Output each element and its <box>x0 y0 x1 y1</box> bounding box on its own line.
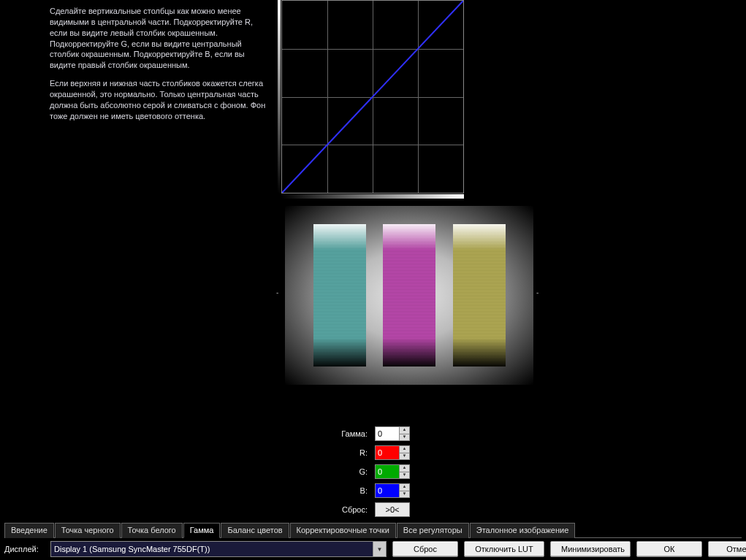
instructions-text: Сделайте вертикальные столбцы как можно … <box>50 6 273 129</box>
test-bar-b <box>453 224 506 367</box>
g-spin-up[interactable]: ▲ <box>400 464 410 472</box>
cancel-button[interactable]: Отмена <box>708 541 746 557</box>
display-dropdown-icon[interactable]: ▼ <box>373 541 387 557</box>
reset-zero-button[interactable]: >0< <box>375 502 410 517</box>
b-input[interactable] <box>375 483 400 498</box>
pattern-tick-right: - <box>536 288 538 296</box>
tab-bar: Введение Точка черного Точка белого Гамм… <box>4 522 742 538</box>
svg-line-0 <box>282 1 463 193</box>
gradient-horizontal <box>281 194 464 199</box>
test-pattern <box>285 206 533 385</box>
tab-blackpoint[interactable]: Точка черного <box>55 523 121 538</box>
r-label: R: <box>332 448 375 457</box>
display-select[interactable] <box>50 541 373 557</box>
b-label: B: <box>332 486 375 495</box>
b-spin-down[interactable]: ▼ <box>400 491 410 499</box>
b-spin-up[interactable]: ▲ <box>400 483 410 491</box>
reset-label: Сброс: <box>332 505 375 514</box>
tab-reference[interactable]: Эталонное изображение <box>470 523 576 538</box>
minimize-button[interactable]: Минимизировать <box>550 541 631 557</box>
tab-whitepoint[interactable]: Точка белого <box>121 523 183 538</box>
instructions-para1: Сделайте вертикальные столбцы как можно … <box>50 6 273 71</box>
test-bar-g <box>383 224 435 367</box>
gamma-label: Гамма: <box>332 429 375 438</box>
ok-button[interactable]: ОК <box>636 541 702 557</box>
gamma-controls: Гамма: ▲ ▼ R: ▲ ▼ G: ▲ ▼ B: <box>332 426 410 517</box>
gamma-spin-up[interactable]: ▲ <box>400 426 410 434</box>
reset-button[interactable]: Сброс <box>392 541 458 557</box>
tab-colorbalance[interactable]: Баланс цветов <box>221 523 289 538</box>
r-spin-down[interactable]: ▼ <box>400 453 410 461</box>
r-input[interactable] <box>375 445 400 460</box>
tab-intro[interactable]: Введение <box>4 523 54 538</box>
gradient-vertical <box>278 0 281 193</box>
tab-gamma[interactable]: Гамма <box>183 523 221 538</box>
g-spin-down[interactable]: ▼ <box>400 472 410 480</box>
tab-adjustpoints[interactable]: Корректировочные точки <box>290 523 396 538</box>
gamma-curve-svg <box>282 1 463 193</box>
gamma-graph[interactable] <box>281 0 464 193</box>
gamma-spin-down[interactable]: ▼ <box>400 434 410 442</box>
instructions-para2: Если верхняя и нижная часть столбиков ок… <box>50 78 273 121</box>
test-bar-r <box>313 224 366 367</box>
r-spin-up[interactable]: ▲ <box>400 445 410 453</box>
bottom-bar: Дисплей: ▼ Сброс Отключить LUT Минимизир… <box>4 541 742 557</box>
g-label: G: <box>332 467 375 476</box>
pattern-tick-left: - <box>276 288 278 296</box>
disable-lut-button[interactable]: Отключить LUT <box>464 541 544 557</box>
gamma-graph-wrap <box>281 0 465 199</box>
g-input[interactable] <box>375 464 400 479</box>
gamma-input[interactable] <box>375 426 400 441</box>
display-label: Дисплей: <box>4 545 45 553</box>
tab-allcontrols[interactable]: Все регуляторы <box>397 523 469 538</box>
